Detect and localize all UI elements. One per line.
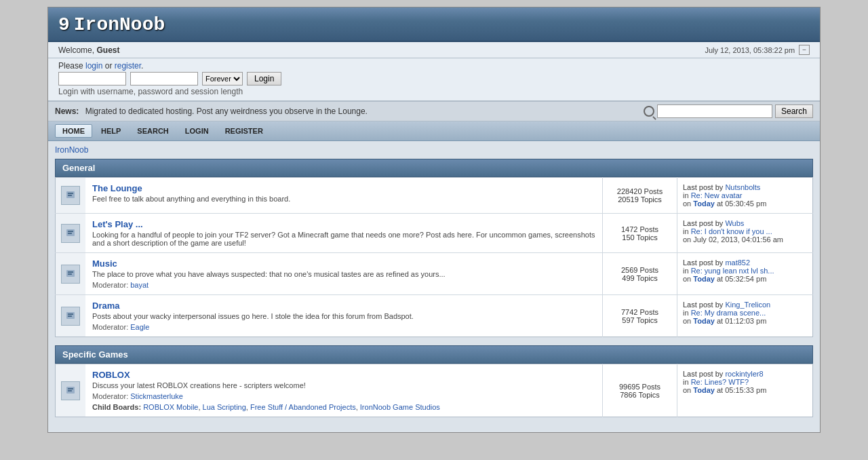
lastpost-date-roblox[interactable]: Today [693, 386, 715, 394]
login-button[interactable]: Login [247, 72, 281, 85]
lastpost-user-drama[interactable]: King_Trelicon [725, 301, 770, 309]
moderator-link-music[interactable]: bayat [130, 281, 149, 289]
site-title-text: IronNoob [74, 14, 165, 35]
password-input[interactable] [130, 72, 198, 85]
lastpost-in-music: in Re: yung lean nxt lvl sh... [683, 267, 807, 275]
lastpost-in-letsplay: in Re: I don't know if you ... [683, 227, 807, 235]
lastpost-user-letsplay[interactable]: Wubs [725, 219, 744, 227]
forum-name-music[interactable]: Music [92, 258, 117, 269]
lastpost-by-letsplay: Last post by Wubs [683, 219, 807, 227]
site-header: 9 IronNoob [48, 7, 820, 42]
moderator-link-roblox[interactable]: Stickmasterluke [130, 392, 183, 400]
table-row: The Lounge Feel free to talk about anyth… [56, 178, 813, 214]
child-board-lua[interactable]: Lua Scripting [203, 403, 246, 411]
forum-desc-roblox: Discuss your latest ROBLOX creations her… [92, 381, 595, 389]
lastpost-thread-drama[interactable]: Re: My drama scene... [691, 309, 766, 317]
table-row: Drama Posts about your wacky interperson… [56, 295, 813, 337]
svg-rect-14 [68, 390, 72, 391]
login-prompt: Please login or register. [58, 61, 810, 71]
table-row: Music The place to prove what you have a… [56, 253, 813, 295]
forum-info-letsplay: Let's Play ... Looking for a handful of … [85, 214, 603, 253]
search-input[interactable] [657, 104, 772, 118]
child-board-ironnoob-game-studios[interactable]: IronNoob Game Studios [360, 403, 440, 411]
forum-lastpost-music: Last post by mat852 in Re: yung lean nxt… [677, 253, 813, 295]
forum-stats-music: 2569 Posts 499 Topics [603, 253, 677, 295]
forum-mod-music: Moderator: bayat [92, 281, 595, 289]
forum-icon [61, 381, 80, 400]
lastpost-thread-roblox[interactable]: Re: Lines? WTF? [691, 378, 749, 386]
nav-help[interactable]: HELP [94, 124, 128, 138]
nav-register[interactable]: REGISTER [218, 124, 271, 138]
login-hint: Login with username, password and sessio… [58, 87, 810, 96]
forum-posts-letsplay: 1472 Posts [608, 225, 671, 233]
forum-lastpost-roblox: Last post by rockintyler8 in Re: Lines? … [677, 364, 813, 417]
svg-rect-4 [68, 231, 73, 232]
lastpost-thread-letsplay[interactable]: Re: I don't know if you ... [691, 227, 772, 235]
lastpost-in-roblox: in Re: Lines? WTF? [683, 378, 807, 386]
search-button[interactable]: Search [775, 104, 813, 118]
child-board-roblox-mobile[interactable]: ROBLOX Mobile [143, 403, 198, 411]
lastpost-user-roblox[interactable]: rockintyler8 [725, 370, 763, 378]
forum-mod-roblox: Moderator: Stickmasterluke [92, 392, 595, 400]
forum-topics-lounge: 20519 Topics [608, 195, 671, 204]
forum-posts-lounge: 228420 Posts [608, 187, 671, 195]
svg-rect-7 [68, 271, 73, 273]
forum-info-roblox: ROBLOX Discuss your latest ROBLOX creati… [85, 364, 603, 417]
forum-topics-drama: 597 Topics [608, 316, 671, 324]
session-select[interactable]: Forever [202, 72, 243, 85]
section-specific-games-header: Specific Games [55, 345, 813, 364]
nav-login[interactable]: LOGIN [178, 124, 216, 138]
lastpost-thread-music[interactable]: Re: yung lean nxt lvl sh... [691, 267, 774, 275]
lastpost-on-drama: on Today at 01:12:03 pm [683, 317, 807, 325]
section-general-header: General [55, 159, 813, 177]
nav-bar: HOME HELP SEARCH LOGIN REGISTER [48, 121, 820, 141]
forum-stats-letsplay: 1472 Posts 150 Topics [603, 214, 677, 253]
child-boards-roblox: Child Boards: ROBLOX Mobile, Lua Scripti… [92, 403, 595, 411]
forum-name-drama[interactable]: Drama [92, 301, 119, 311]
username-input[interactable] [58, 72, 126, 85]
svg-rect-2 [68, 195, 72, 196]
table-row: Let's Play ... Looking for a handful of … [56, 214, 813, 253]
nav-home[interactable]: HOME [55, 124, 92, 138]
forum-stats-lounge: 228420 Posts 20519 Topics [603, 178, 677, 214]
news-content: News: Migrated to dedicated hosting. Pos… [55, 107, 368, 116]
forum-stats-drama: 7742 Posts 597 Topics [603, 295, 677, 337]
welcome-message: Welcome, Guest [58, 45, 119, 55]
svg-rect-13 [68, 388, 73, 389]
news-label: News: [55, 107, 79, 116]
nav-search[interactable]: SEARCH [130, 124, 176, 138]
login-link[interactable]: login [85, 61, 102, 71]
lastpost-by-lounge: Last post by Nutsnbolts [683, 183, 807, 191]
lastpost-in-lounge: in Re: New avatar [683, 191, 807, 199]
lastpost-date-lounge[interactable]: Today [693, 199, 715, 208]
lastpost-date-letsplay: July 02, 2013, 04:01:56 am [693, 235, 783, 244]
lastpost-date-music[interactable]: Today [693, 275, 715, 283]
minimize-button[interactable]: − [799, 45, 810, 55]
lastpost-user-lounge[interactable]: Nutsnbolts [725, 183, 760, 191]
search-area: Search [644, 104, 813, 118]
forum-name-roblox[interactable]: ROBLOX [92, 370, 130, 380]
svg-rect-10 [68, 313, 73, 315]
welcome-prefix: Welcome, [58, 45, 96, 55]
forum-topics-letsplay: 150 Topics [608, 233, 671, 242]
forum-topics-roblox: 7866 Topics [608, 391, 671, 399]
forum-icon-cell [56, 295, 86, 337]
forum-posts-music: 2569 Posts [608, 266, 671, 274]
lastpost-on-lounge: on Today at 05:30:45 pm [683, 199, 807, 208]
lastpost-thread-lounge[interactable]: Re: New avatar [691, 191, 743, 199]
breadcrumb: IronNoob [48, 141, 820, 159]
forum-topics-music: 499 Topics [608, 274, 671, 282]
lastpost-date-drama[interactable]: Today [693, 317, 715, 325]
lastpost-user-music[interactable]: mat852 [725, 258, 750, 267]
forum-icon [61, 307, 80, 326]
forum-name-letsplay[interactable]: Let's Play ... [92, 219, 143, 229]
forum-desc-letsplay: Looking for a handful of people to join … [92, 231, 595, 247]
breadcrumb-link[interactable]: IronNoob [55, 145, 88, 155]
forum-lastpost-letsplay: Last post by Wubs in Re: I don't know if… [677, 214, 813, 253]
lastpost-on-letsplay: on July 02, 2013, 04:01:56 am [683, 235, 807, 244]
child-board-free-stuff[interactable]: Free Stuff / Abandoned Projects [250, 403, 356, 411]
register-link[interactable]: register [115, 61, 141, 71]
forum-icon-cell [56, 178, 86, 214]
moderator-link-drama[interactable]: Eagle [130, 323, 149, 331]
forum-name-lounge[interactable]: The Lounge [92, 183, 142, 193]
